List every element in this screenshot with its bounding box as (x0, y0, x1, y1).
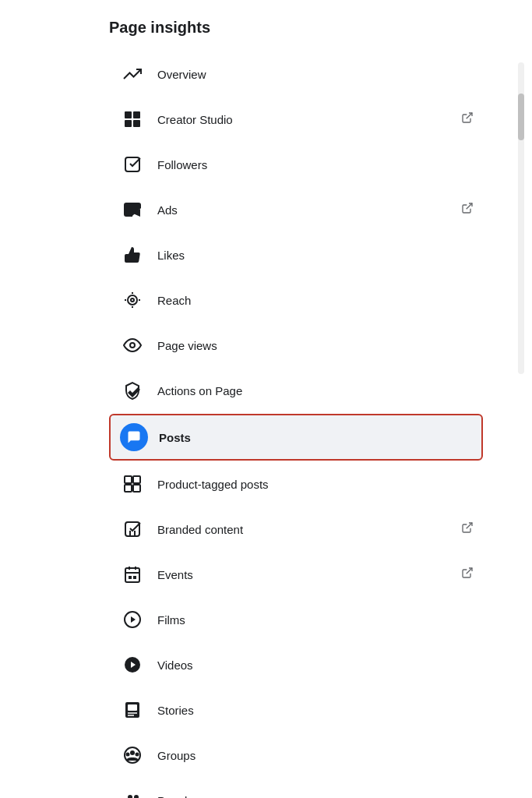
branded-content-icon (118, 515, 146, 543)
sidebar-item-stories[interactable]: Stories (109, 688, 483, 732)
sidebar-item-label: Product-tagged posts (157, 478, 474, 491)
sidebar-item-films[interactable]: Films (109, 598, 483, 641)
creator-studio-icon (118, 105, 146, 133)
sidebar-item-actions-on-page[interactable]: Actions on Page (109, 369, 483, 412)
external-link-icon (461, 567, 474, 582)
svg-point-37 (126, 753, 130, 757)
sidebar-item-label: Likes (157, 249, 474, 262)
sidebar-item-groups[interactable]: Groups (109, 733, 483, 777)
stories-icon (118, 696, 146, 724)
svg-rect-2 (125, 120, 132, 127)
reach-icon (118, 286, 146, 314)
svg-rect-3 (133, 120, 140, 127)
sidebar-item-label: Branded content (157, 523, 455, 536)
sidebar-item-posts[interactable]: Posts (109, 414, 483, 461)
sidebar: Page insights Overview Creator Studio (0, 0, 483, 798)
sidebar-item-label: Groups (157, 749, 474, 762)
svg-line-4 (467, 113, 472, 118)
sidebar-item-label: Videos (157, 659, 474, 672)
sidebar-item-label: Stories (157, 704, 474, 717)
sidebar-item-label: Page views (157, 339, 474, 352)
svg-rect-25 (133, 576, 136, 579)
posts-icon (120, 423, 148, 451)
scrollbar-track[interactable] (518, 62, 524, 374)
svg-rect-13 (133, 476, 140, 483)
svg-marker-28 (131, 616, 136, 623)
sidebar-item-label: Reach (157, 294, 474, 307)
svg-point-9 (128, 295, 137, 305)
svg-line-19 (467, 523, 472, 528)
sidebar-item-label: Events (157, 568, 455, 581)
followers-icon (118, 150, 146, 178)
external-link-icon (461, 521, 474, 537)
sidebar-item-likes[interactable]: Likes (109, 233, 483, 277)
sidebar-item-videos[interactable]: Videos (109, 643, 483, 687)
events-icon (118, 560, 146, 588)
svg-rect-15 (133, 485, 140, 492)
sidebar-item-label: Actions on Page (157, 384, 474, 397)
sidebar-item-label: Followers (157, 158, 474, 171)
ads-icon (118, 196, 146, 224)
svg-point-39 (128, 795, 132, 798)
sidebar-item-people[interactable]: People (109, 779, 483, 798)
sidebar-item-events[interactable]: Events (109, 553, 483, 596)
likes-icon (118, 241, 146, 269)
svg-rect-12 (125, 476, 132, 483)
svg-line-26 (467, 568, 472, 574)
sidebar-item-label: Films (157, 613, 474, 627)
actions-on-page-icon (118, 376, 146, 404)
external-link-icon (461, 202, 474, 217)
svg-rect-20 (125, 568, 139, 582)
sidebar-item-label: Ads (157, 203, 455, 217)
sidebar-item-label: Posts (159, 431, 472, 444)
svg-point-10 (130, 343, 135, 348)
overview-icon (118, 60, 146, 88)
people-icon (118, 786, 146, 798)
svg-rect-5 (125, 157, 139, 171)
sidebar-item-ads[interactable]: Ads (109, 188, 483, 231)
films-icon (118, 606, 146, 634)
sidebar-item-label: Overview (157, 68, 474, 81)
svg-rect-24 (129, 576, 132, 579)
page-views-icon (118, 331, 146, 359)
svg-point-40 (134, 795, 139, 798)
svg-rect-14 (125, 485, 132, 492)
sidebar-item-creator-studio[interactable]: Creator Studio (109, 97, 483, 141)
sidebar-item-page-views[interactable]: Page views (109, 323, 483, 367)
svg-rect-32 (128, 704, 137, 711)
svg-line-7 (467, 203, 472, 209)
svg-point-36 (130, 750, 135, 755)
page-title: Page insights (109, 19, 483, 37)
groups-icon (118, 741, 146, 769)
svg-rect-16 (125, 522, 139, 536)
product-tagged-posts-icon (118, 470, 146, 498)
external-link-icon (461, 111, 474, 127)
svg-rect-1 (133, 111, 140, 118)
sidebar-item-product-tagged-posts[interactable]: Product-tagged posts (109, 462, 483, 506)
svg-point-38 (136, 753, 139, 757)
scrollbar-thumb[interactable] (518, 94, 524, 140)
sidebar-item-label: Creator Studio (157, 113, 455, 126)
sidebar-item-reach[interactable]: Reach (109, 278, 483, 322)
svg-rect-0 (125, 111, 132, 118)
sidebar-item-branded-content[interactable]: Branded content (109, 507, 483, 551)
svg-point-8 (131, 298, 134, 302)
sidebar-item-overview[interactable]: Overview (109, 52, 483, 96)
sidebar-item-label: People (157, 794, 474, 799)
videos-icon (118, 651, 146, 679)
sidebar-item-followers[interactable]: Followers (109, 143, 483, 186)
